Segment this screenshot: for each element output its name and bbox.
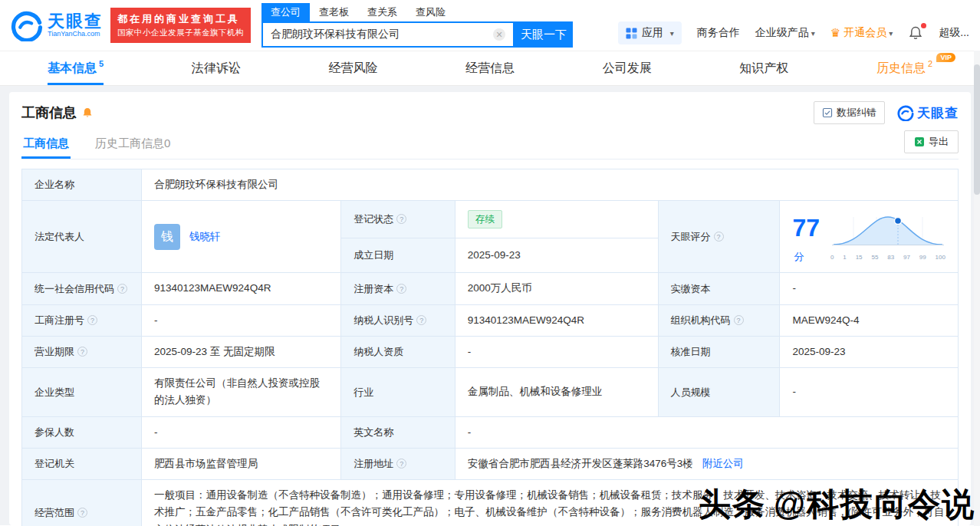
tab-label: 经营风险: [328, 61, 377, 77]
scrollbar-track: [974, 51, 980, 526]
info-icon[interactable]: ?: [714, 232, 724, 242]
chevron-down-icon: ▾: [670, 29, 674, 38]
reg-authority-value: 肥西县市场监督管理局: [142, 448, 341, 479]
business-term-value: 2025-09-23 至 无固定期限: [142, 336, 341, 367]
info-icon[interactable]: ?: [416, 315, 426, 325]
search-button[interactable]: 天眼一下: [515, 21, 573, 48]
tab-history-info[interactable]: 历史信息 2 VIP: [876, 51, 932, 85]
info-icon[interactable]: ?: [734, 315, 744, 325]
insured-count-value: -: [142, 416, 341, 448]
table-row: 参保人数 - 英文名称 -: [22, 416, 959, 448]
tab-intellectual-property[interactable]: 知识产权: [739, 51, 788, 85]
credit-code-label: 统一社会信用代码?: [22, 273, 142, 304]
taxpayer-id-label: 纳税人识别号?: [341, 304, 455, 336]
reg-number-value: -: [142, 304, 341, 336]
apps-grid-icon: [626, 28, 637, 39]
search-tab-risk[interactable]: 查风险: [406, 3, 455, 21]
tab-operation-info[interactable]: 经营信息: [465, 51, 515, 85]
tianyancha-logo-icon: [11, 9, 43, 41]
company-type-label: 企业类型: [22, 368, 142, 417]
reg-capital-label: 注册资本?: [341, 273, 455, 304]
staff-size-label: 人员规模: [658, 368, 780, 417]
info-icon[interactable]: ?: [77, 347, 87, 357]
credit-code-value: 91340123MAEW924Q4R: [142, 273, 341, 304]
org-code-value: MAEW924Q-4: [780, 304, 959, 336]
nav-open-vip[interactable]: ♛ 开通会员 ▾: [830, 26, 893, 40]
legal-rep-avatar[interactable]: 钱: [154, 224, 180, 250]
score-chart-group: 011555839799100: [830, 211, 945, 262]
company-type-value: 有限责任公司（非自然人投资或控股的法人独资）: [142, 368, 341, 417]
clear-search-icon[interactable]: ✕: [493, 28, 505, 41]
watermark-brand: 头条: [699, 483, 766, 526]
section-title: 工商信息: [21, 104, 77, 122]
reg-number-label: 工商注册号?: [22, 304, 142, 336]
info-icon[interactable]: ?: [396, 284, 406, 294]
reg-authority-label: 登记机关: [22, 448, 142, 479]
info-icon[interactable]: ?: [77, 508, 87, 518]
apps-menu[interactable]: 应用 ▾: [618, 21, 682, 44]
taxpayer-quality-label: 纳税人资质: [341, 336, 455, 367]
nav-super-vip[interactable]: 超级...: [939, 26, 969, 40]
industry-value: 金属制品、机械和设备修理业: [455, 368, 658, 417]
staff-size-value: -: [780, 368, 959, 417]
tianyancha-logo-icon: [897, 104, 914, 121]
info-icon[interactable]: ?: [87, 315, 97, 325]
notification-dot: [921, 23, 926, 28]
company-section-tabs: 基本信息 5 法律诉讼 经营风险 经营信息 公司发展 知识产权 历史信息 2 V…: [0, 51, 980, 86]
score-label: 天眼评分?: [658, 201, 780, 273]
reg-status-value: 存续: [455, 201, 658, 238]
company-name-value: 合肥朗玟环保科技有限公司: [142, 169, 959, 201]
tab-label: 经营信息: [465, 61, 515, 77]
info-icon[interactable]: ?: [396, 214, 406, 224]
legal-rep-link[interactable]: 钱晓轩: [189, 230, 221, 242]
search-tab-company[interactable]: 查公司: [261, 3, 310, 21]
chevron-down-icon: ▾: [811, 29, 815, 38]
brand-slogan-badge: 都在用的商业查询工具 国家中小企业发展子基金旗下机构: [110, 8, 251, 42]
tianyancha-logo[interactable]: 天眼查 TianYanCha.com: [11, 9, 103, 41]
score-value: 77: [792, 214, 820, 242]
search-tab-boss[interactable]: 查老板: [310, 3, 358, 21]
top-right-nav: 应用 ▾ 商务合作 企业级产品▾ ♛ 开通会员 ▾ 超级...: [618, 21, 969, 44]
toutiao-watermark: 头条 @科技向令说: [699, 483, 975, 526]
tab-label: 公司发展: [603, 61, 652, 77]
business-scope-label: 经营范围?: [22, 480, 142, 526]
notification-bell[interactable]: [908, 25, 923, 41]
tab-label: 知识产权: [739, 61, 788, 77]
tab-operation-risk[interactable]: 经营风险: [328, 51, 377, 85]
reg-address-value: 安徽省合肥市肥西县经济开发区蓬莱路3476号3楼附近公司: [455, 448, 958, 479]
scrollbar-thumb[interactable]: [974, 64, 980, 195]
data-correction-button[interactable]: 数据纠错: [814, 101, 885, 124]
establish-date-label: 成立日期: [341, 238, 455, 273]
apps-label: 应用: [642, 26, 663, 40]
reg-address-label: 注册地址?: [341, 448, 455, 479]
nav-enterprise-products[interactable]: 企业级产品▾: [755, 26, 815, 40]
subscribe-bell-icon[interactable]: [81, 107, 94, 119]
paid-capital-label: 实缴资本: [658, 273, 780, 304]
watermark-handle: @科技向令说: [774, 483, 975, 526]
business-term-label: 营业期限?: [22, 336, 142, 367]
subtab-business-info[interactable]: 工商信息: [21, 130, 71, 159]
approval-date-value: 2025-09-23: [780, 336, 959, 367]
subtab-history-business-info[interactable]: 历史工商信息0: [94, 130, 172, 159]
nav-cooperation[interactable]: 商务合作: [697, 26, 740, 40]
tab-basic-info[interactable]: 基本信息 5: [48, 51, 104, 85]
industry-label: 行业: [341, 368, 455, 417]
reg-capital-value: 2000万人民币: [455, 273, 658, 304]
search-type-tabs: 查公司 查老板 查关系 查风险: [261, 3, 573, 21]
subtabs-row: 工商信息 历史工商信息0 导出: [21, 130, 959, 159]
nearby-companies-link[interactable]: 附近公司: [702, 458, 744, 469]
table-row: 企业名称 合肥朗玟环保科技有限公司: [22, 169, 959, 201]
export-button[interactable]: 导出: [904, 130, 959, 153]
tab-label: 基本信息: [48, 61, 97, 77]
score-value-group: 77分: [792, 208, 820, 265]
page-background: 工商信息 数据纠错: [0, 86, 980, 525]
info-icon[interactable]: ?: [117, 284, 127, 294]
approval-date-label: 核准日期: [658, 336, 780, 367]
info-icon[interactable]: ?: [396, 459, 406, 468]
search-tab-relation[interactable]: 查关系: [358, 3, 406, 21]
tab-legal-litigation[interactable]: 法律诉讼: [192, 51, 241, 85]
search-box: ✕: [261, 21, 515, 48]
search-input[interactable]: [271, 28, 493, 41]
status-badge: 存续: [468, 210, 502, 229]
tab-company-development[interactable]: 公司发展: [603, 51, 652, 85]
